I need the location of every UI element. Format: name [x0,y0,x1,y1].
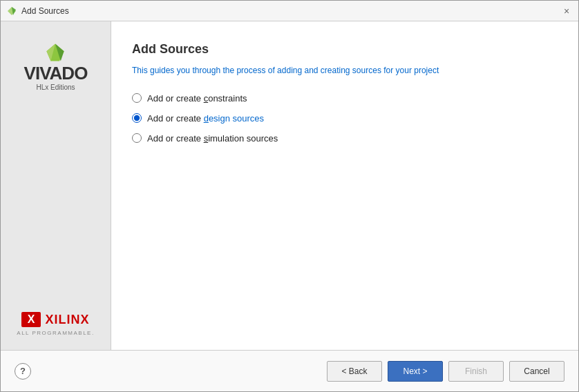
radio-label-constraints: Add or create constraints [147,93,247,104]
title-bar-text: Add Sources [21,6,69,16]
footer: ? < Back Next > Finish Cancel [1,350,578,391]
main-title: Add Sources [132,42,558,57]
help-button[interactable]: ? [15,363,31,380]
footer-left: ? [15,363,31,380]
radio-label-simulation: Add or create simulation sources [147,133,278,144]
xilinx-icon: X [21,312,41,327]
sidebar-bottom: X XILINX ALL PROGRAMMABLE. [17,312,94,336]
vivado-subtitle: HLx Editions [36,84,75,91]
next-button[interactable]: Next > [388,361,443,382]
vivado-leaf-icon [45,42,66,63]
radio-item-constraints[interactable]: Add or create constraints [132,93,558,104]
radio-group: Add or create constraints Add or create … [132,93,558,144]
sidebar: VIVADO HLx Editions X XILINX ALL PROGRAM… [1,21,111,350]
finish-button[interactable]: Finish [448,361,504,382]
radio-item-simulation[interactable]: Add or create simulation sources [132,133,558,144]
xilinx-logo: X XILINX [21,312,89,327]
title-bar: Add Sources × [1,1,578,21]
vivado-title-icon [6,6,17,17]
cancel-button[interactable]: Cancel [509,361,564,382]
back-button[interactable]: < Back [327,361,382,382]
vivado-logo: VIVADO HLx Editions [24,42,88,91]
xilinx-text: XILINX [45,313,89,327]
radio-constraints[interactable] [132,93,142,103]
close-button[interactable]: × [560,5,573,17]
title-bar-left: Add Sources [6,6,69,17]
main-content: Add Sources This guides you through the … [111,21,578,350]
radio-label-design: Add or create design sources [147,113,264,124]
dialog: Add Sources × VIVADO HLx Editions [0,0,579,392]
radio-design[interactable] [132,113,142,123]
description-text: This guides you through the process of a… [132,65,558,77]
svg-text:X: X [28,313,35,325]
radio-item-design[interactable]: Add or create design sources [132,113,558,124]
content-area: VIVADO HLx Editions X XILINX ALL PROGRAM… [1,21,578,350]
xilinx-tagline: ALL PROGRAMMABLE. [17,330,94,336]
vivado-text: VIVADO [24,64,88,82]
footer-right: < Back Next > Finish Cancel [327,361,564,382]
radio-simulation[interactable] [132,133,142,143]
